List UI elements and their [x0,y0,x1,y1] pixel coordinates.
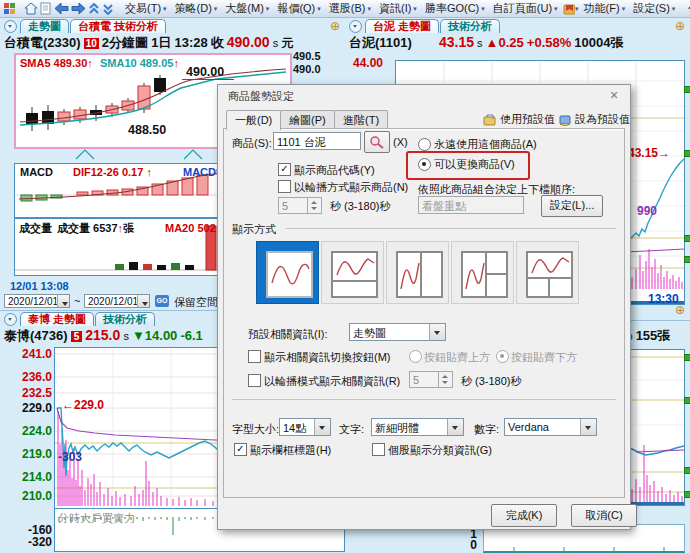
tab-taicement-trend[interactable]: 台泥 走勢圖 [365,19,439,33]
sub-axis-label: 0 [455,538,477,552]
home-icon[interactable] [24,1,38,16]
menu-custom-page[interactable]: 自訂頁面(U) [489,0,562,17]
zoom-icon[interactable]: ⊕ [330,20,340,32]
close-icon[interactable]: × [610,87,618,103]
radio-changeable-product-label: 可以更換商品(V) [434,157,515,172]
y-axis-label: 241.0 [16,347,52,361]
layout-thumb-top-bottom2[interactable] [516,241,579,304]
radio-fixed-product[interactable] [418,138,431,151]
related-carousel-checkbox[interactable] [248,374,261,387]
avg-volume-marker: 990 [637,204,657,218]
ok-button[interactable]: 完成(K) [491,504,557,527]
menu-winrate-go[interactable]: 勝率GO(C) [421,0,489,17]
layout-thumb-single[interactable] [256,241,319,304]
product-suffix-label: (X) [393,136,408,148]
interval-label: 2分鐘圖 [102,35,148,50]
use-default-icon [483,114,497,126]
panel-handle[interactable] [684,491,690,498]
price-marker: 43.15→ [628,146,670,160]
set-default-icon [558,114,572,126]
menu-function[interactable]: 功能(F) [580,0,630,17]
tab-advanced[interactable]: 進階(T) [334,110,388,129]
y-axis-label: 236.0 [16,370,52,384]
range-separator: ~ [74,295,80,307]
display-mode-section-label: 顯示方式 [232,222,276,237]
panel-handle[interactable] [684,256,690,263]
chevrons-down-icon[interactable] [102,1,114,16]
cancel-button[interactable]: 取消(C) [571,504,637,527]
tab-taibo-technical[interactable]: 技術分析 [95,312,155,326]
radio-button-bottom-label: 按鈕貼齊下方 [511,350,577,365]
panel-handle[interactable] [684,467,690,474]
menu-info[interactable]: 資訊(I) [375,0,421,17]
product-settings-dialog: 商品盤勢設定 × 使用預設值 設為預設值 一般(D) 繪圖(P) 進階(T) 商… [217,84,631,530]
keep-space-label: 保留空間 [174,295,218,310]
panel-handle[interactable] [684,235,690,242]
category-info-checkbox[interactable] [372,443,385,456]
menu-strategy[interactable]: 策略(D) [171,0,222,17]
radio-changeable-product[interactable] [418,158,431,171]
radio-fixed-product-label: 永遠使用這個商品(A) [434,137,537,152]
menu-settings[interactable]: 設定(S) [629,0,679,17]
page-icon[interactable] [40,1,52,16]
chevrons-up-icon[interactable] [88,1,100,16]
tab-tsmc-technical[interactable]: 台積電 技術分析 [70,19,166,33]
show-code-label: 顯示商品代碼(Y) [294,163,375,178]
go-button[interactable]: GO [155,295,169,307]
product-input[interactable]: 1101 台泥 [273,132,361,150]
volume-title: 成交量 [19,221,52,236]
menu-market[interactable]: 大盤(M) [221,0,273,17]
close-value: 490.00 [227,34,270,50]
tab-tsmc-trend[interactable]: 走勢圖 [20,19,69,33]
menu-quote[interactable]: 報價(Q) [273,0,324,17]
carousel-seconds-stepper[interactable]: 5 [278,197,322,214]
section-divider [286,228,616,229]
panel-handle[interactable] [684,150,690,157]
menu-trade[interactable]: 交易(T) [121,0,171,17]
layout-thumb-vsplit[interactable] [386,241,449,304]
font-number-select[interactable]: Verdana [504,418,597,436]
menu-stockpick[interactable]: 選股(B) [325,0,375,17]
y-axis-label: 232.5 [16,386,52,400]
open-price-marker: ←229.0 [62,398,104,412]
toggle-button-checkbox[interactable] [248,350,261,363]
tab-menu-icon[interactable] [4,313,17,326]
order-settings-button[interactable]: 設定(L)... [541,195,603,217]
time-label: 13:28 [174,35,207,50]
zoom-icon[interactable]: ⊕ [675,304,685,316]
related-seconds-stepper[interactable]: 5 [409,371,453,388]
related-info-select[interactable]: 走勢圖 [349,323,446,341]
use-default-button[interactable]: 使用預設值 [483,112,555,127]
y-axis-label: 229.0 [16,401,52,415]
toggle-button-label: 顯示相關資訊切換按鈕(M) [264,350,391,365]
font-size-select[interactable]: 14點 [279,418,331,436]
app-logo-icon[interactable] [4,1,16,16]
product-search-button[interactable] [364,131,390,153]
back-icon[interactable] [54,1,69,16]
tab-menu-icon[interactable] [349,20,362,33]
tab-menu-icon[interactable] [4,20,17,33]
tab-taibo-trend[interactable]: 泰博 走勢圖 [20,312,94,326]
change-percent: -6.1 [180,328,202,343]
forward-icon[interactable] [71,1,86,16]
layout-thumb-hsplit[interactable] [321,241,384,304]
font-text-select[interactable]: 新細明體 [371,418,464,436]
favorite-icon[interactable]: ▾ [563,1,579,16]
panel-handle[interactable] [684,354,690,361]
zoom-icon[interactable]: ⊕ [675,20,685,32]
date-from-select[interactable]: 2020/12/01 [4,294,70,308]
frame-title-checkbox[interactable]: ✓ [234,443,247,456]
tab-drawing[interactable]: 繪圖(P) [280,110,335,129]
carousel-label: 以輪播方式顯示商品(N) [294,180,408,195]
tab-general[interactable]: 一般(D) [226,110,281,130]
carousel-checkbox[interactable] [278,180,291,193]
set-default-button[interactable]: 設為預設值 [558,112,630,127]
change-percent: +0.58% [527,35,571,50]
tab-taicement-technical[interactable]: 技術分析 [440,19,500,33]
layout-thumb-left-right2[interactable] [451,241,514,304]
date-to-select[interactable]: 2020/12/01 [84,294,150,308]
panel-handle[interactable] [684,86,690,93]
dialog-title: 商品盤勢設定 [228,89,294,104]
panel-handle[interactable] [684,397,690,404]
show-code-checkbox[interactable]: ✓ [278,163,291,176]
